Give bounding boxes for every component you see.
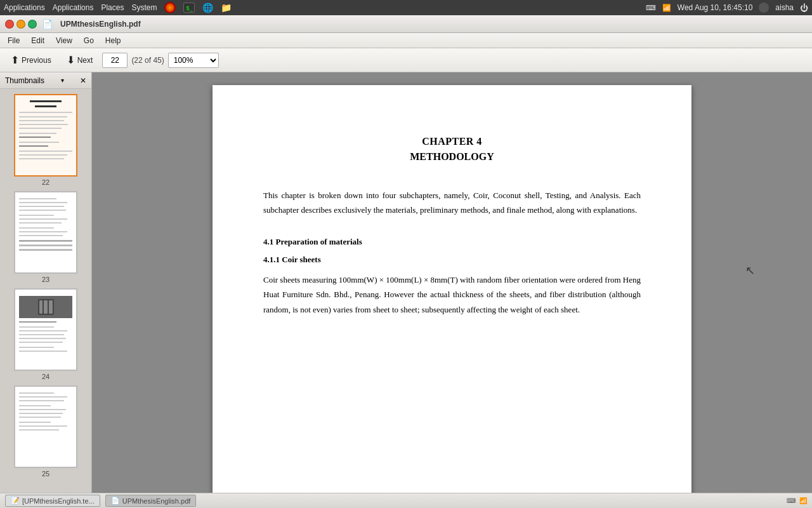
window-titlebar: 📄 UPMthesisEnglish.pdf xyxy=(0,15,812,33)
close-button[interactable] xyxy=(5,20,14,29)
thumbnail-24[interactable]: 24 xyxy=(14,288,77,380)
pdf-paragraph-2: Coir sheets measuring 100mm(W) × 100mm(L… xyxy=(263,272,641,317)
section-4-1-heading: 4.1 Preparation of materials xyxy=(263,237,641,247)
taskbar-label-editor: [UPMthesisEnglish.te... xyxy=(22,497,95,505)
window-controls xyxy=(5,20,37,29)
chapter-title: CHAPTER 4 xyxy=(263,136,641,147)
menu-edit[interactable]: Edit xyxy=(26,35,49,46)
pdf-viewer-area[interactable]: CHAPTER 4 METHODOLOGY This chapter is br… xyxy=(92,72,812,493)
network-status-icon2: 📶 xyxy=(799,497,807,504)
thumb-img-24 xyxy=(14,288,77,371)
pdf-icon: 📄 xyxy=(42,19,53,29)
menu-help[interactable]: Help xyxy=(100,35,126,46)
pdf-taskbar-icon: 📄 xyxy=(111,497,120,505)
menu-file[interactable]: File xyxy=(3,35,25,46)
thumb-img-22 xyxy=(14,94,77,177)
thumbnails-label: Thumbnails xyxy=(5,76,44,85)
thumbnail-25[interactable]: 25 xyxy=(14,385,77,478)
maximize-button[interactable] xyxy=(28,20,37,29)
system-topbar: Applications Applications Places System … xyxy=(0,0,812,15)
section-4-1-1-heading: 4.1.1 Coir sheets xyxy=(263,255,641,265)
next-arrow-icon: ⬇ xyxy=(67,54,75,66)
pdf-paragraph-1: This chapter is broken down into four su… xyxy=(263,188,641,218)
thumbnails-dropdown-icon[interactable]: ▾ xyxy=(61,77,64,84)
pdf-page: CHAPTER 4 METHODOLOGY This chapter is br… xyxy=(213,85,691,493)
chapter-subtitle: METHODOLOGY xyxy=(263,151,641,163)
network-status-icon: 📶 xyxy=(662,4,671,12)
window-title: UPMthesisEnglish.pdf xyxy=(60,20,141,29)
menu-go[interactable]: Go xyxy=(79,35,99,46)
thumbnails-header: Thumbnails ▾ ✕ xyxy=(0,72,91,89)
keyboard-icon: ⌨ xyxy=(646,4,656,12)
user-icon xyxy=(759,3,769,13)
topbar-apps[interactable]: Applications xyxy=(4,3,45,12)
thumb-num-23: 23 xyxy=(42,276,49,283)
next-label: Next xyxy=(77,56,93,65)
zoom-select[interactable]: 100% 50% 75% 125% 150% 200% xyxy=(168,53,219,68)
terminal-icon[interactable]: $_ xyxy=(183,3,195,13)
thumb-img-25 xyxy=(14,385,77,468)
thumb-num-24: 24 xyxy=(42,373,49,380)
taskbar: 📝 [UPMthesisEnglish.te... 📄 UPMthesisEng… xyxy=(5,495,196,507)
keyboard-status-icon: ⌨ xyxy=(787,497,796,504)
datetime-display: Wed Aug 10, 16:45:10 xyxy=(678,3,753,12)
menu-view[interactable]: View xyxy=(51,35,77,46)
network-icon[interactable]: 🌐 xyxy=(202,3,213,13)
menu-bar: File Edit View Go Help xyxy=(0,33,812,48)
topbar-system[interactable]: System xyxy=(131,3,157,12)
previous-label: Previous xyxy=(22,56,51,65)
page-count-label: (22 of 45) xyxy=(131,56,164,65)
taskbar-item-text-editor[interactable]: 📝 [UPMthesisEnglish.te... xyxy=(5,495,100,507)
status-right: ⌨ 📶 xyxy=(787,497,807,504)
topbar-left: Applications Applications Places System … xyxy=(4,2,232,13)
thumbnails-close-icon[interactable]: ✕ xyxy=(80,76,86,85)
taskbar-item-pdf[interactable]: 📄 UPMthesisEnglish.pdf xyxy=(105,495,197,507)
thumb-num-25: 25 xyxy=(42,470,49,478)
previous-arrow-icon: ⬆ xyxy=(11,54,19,66)
power-icon[interactable]: ⏻ xyxy=(800,3,808,13)
page-number-input[interactable]: 22 xyxy=(102,53,128,68)
user-label[interactable]: aisha xyxy=(775,3,794,12)
files-icon[interactable]: 📁 xyxy=(221,3,232,13)
thumbnails-list: 22 xyxy=(0,89,91,485)
thumbnail-22[interactable]: 22 xyxy=(14,94,77,186)
thumb-num-22: 22 xyxy=(42,178,49,186)
main-content: Thumbnails ▾ ✕ xyxy=(0,72,812,493)
taskbar-label-pdf: UPMthesisEnglish.pdf xyxy=(122,497,191,505)
thumbnail-23[interactable]: 23 xyxy=(14,191,77,283)
thumb-img-23 xyxy=(14,191,77,274)
topbar-apps-label[interactable]: Applications xyxy=(53,3,94,12)
status-bar: 📝 [UPMthesisEnglish.te... 📄 UPMthesisEng… xyxy=(0,493,812,508)
text-editor-icon: 📝 xyxy=(11,497,20,505)
minimize-button[interactable] xyxy=(16,20,25,29)
thumbnails-panel: Thumbnails ▾ ✕ xyxy=(0,72,92,493)
previous-button[interactable]: ⬆ Previous xyxy=(5,51,57,69)
topbar-places[interactable]: Places xyxy=(101,3,124,12)
next-button[interactable]: ⬇ Next xyxy=(61,51,99,69)
topbar-right: ⌨ 📶 Wed Aug 10, 16:45:10 aisha ⏻ xyxy=(646,3,808,13)
firefox-icon[interactable] xyxy=(164,2,176,13)
toolbar: ⬆ Previous ⬇ Next 22 (22 of 45) 100% 50%… xyxy=(0,48,812,72)
